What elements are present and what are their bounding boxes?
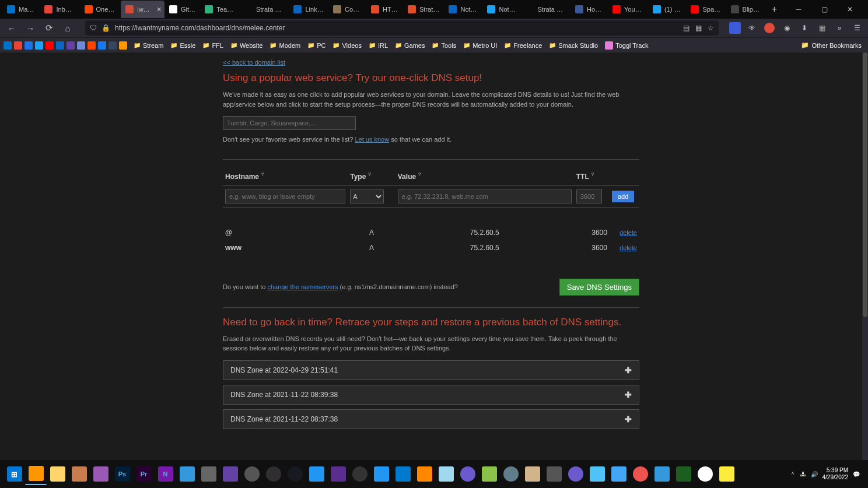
taskbar-obs[interactable] [262,464,284,485]
browser-tab[interactable]: Strata by HT [240,1,289,18]
taskbar-vlc[interactable] [414,464,435,485]
taskbar-app12[interactable] [586,464,608,485]
browser-tab[interactable]: Mail - D [2,1,40,18]
ext-icon-3[interactable] [763,22,776,34]
bookmark-folder[interactable]: IRL [366,41,391,50]
bookmark-folder[interactable]: Website [228,41,266,50]
taskbar-term[interactable] [673,464,694,485]
taskbar-app7[interactable] [457,464,478,485]
bookmark-icon[interactable] [98,41,106,50]
browser-tab[interactable]: One of m [80,1,121,18]
dns-backup-item[interactable]: DNS Zone at 2021-11-22 08:39:38✚ [223,385,639,405]
change-nameservers-link[interactable]: change the nameservers [267,283,338,290]
browser-tab[interactable]: How do [570,1,608,18]
browser-tab[interactable]: LinkedIn [289,1,328,18]
scrollbar[interactable] [862,52,868,460]
downloads-icon[interactable]: ⬇ [798,22,811,34]
maximize-button[interactable]: ▢ [816,5,833,13]
url-bar[interactable]: 🛡 🔒 https://iwantmyname.com/dashboard/dn… [85,20,719,36]
reload-button[interactable]: ⟳ [42,21,56,35]
taskbar-app3[interactable] [198,464,219,485]
bookmark-icon[interactable] [14,41,22,50]
add-button[interactable]: add [612,191,634,202]
taskbar-steam[interactable] [284,464,306,485]
extensions-icon[interactable]: ▦ [816,22,828,34]
bookmark-icon[interactable] [4,41,12,50]
taskbar-paint[interactable] [716,464,737,485]
bookmark-folder[interactable]: Freelance [501,41,545,50]
taskbar-onenote[interactable]: N [155,464,176,485]
taskbar-app2[interactable] [176,464,198,485]
browser-tab[interactable]: (1) Notif [648,1,687,18]
taskbar-start[interactable]: ⊞ [4,464,25,485]
bookmark-folder[interactable]: Modem [267,41,303,50]
grid-icon[interactable]: ▦ [695,24,702,32]
taskbar-app14[interactable] [629,464,651,485]
browser-tab[interactable]: Strata | F [403,1,444,18]
ext-icon-4[interactable]: ◉ [780,22,793,34]
taskbar-photoshop[interactable]: Ps [111,464,133,485]
taskbar-opera[interactable] [90,464,111,485]
browser-tab[interactable]: GitHub [164,1,200,18]
taskbar-unreal[interactable] [349,464,370,485]
taskbar-vscode[interactable] [392,464,414,485]
taskbar-app1[interactable] [68,464,90,485]
tray-volume-icon[interactable]: 🔊 [811,471,818,478]
new-tab-button[interactable]: + [766,4,783,15]
delete-record-link[interactable]: delete [620,229,637,236]
taskbar-app4[interactable] [241,464,262,485]
bookmark-folder[interactable]: Stream [131,41,166,50]
let-us-know-link[interactable]: Let us know [355,136,389,143]
forward-button[interactable]: → [23,21,37,35]
browser-tab[interactable]: YouTube [608,1,648,18]
home-button[interactable]: ⌂ [61,21,75,35]
bookmark-folder[interactable]: Smack Studio [546,41,601,50]
taskbar-vs[interactable] [327,464,349,485]
taskbar-app13[interactable] [608,464,629,485]
browser-tab[interactable]: iwantm✕ [121,1,164,18]
ext-icon-1[interactable] [729,22,741,34]
tray-network-icon[interactable]: 🖧 [800,471,806,478]
back-to-domain-list-link[interactable]: << back to domain list [223,59,285,66]
taskbar-app8[interactable] [478,464,500,485]
taskbar-chrome[interactable] [694,464,716,485]
bookmark-icon[interactable] [108,41,117,50]
bookmark-icon[interactable] [66,41,75,50]
bookmark-icon[interactable] [24,41,33,50]
ext-icon-2[interactable]: 👁 [746,22,758,34]
bookmark-folder[interactable]: PC [304,41,328,50]
browser-tab[interactable]: Notificat [444,1,482,18]
taskbar-notepad[interactable] [435,464,457,485]
bookmark-icon[interactable] [119,41,127,50]
bookmark-icon[interactable] [46,41,54,50]
browser-tab[interactable]: Space C [686,1,726,18]
taskbar-gc[interactable] [565,464,586,485]
reader-icon[interactable]: ▤ [683,24,690,32]
bookmark-folder[interactable]: Games [392,41,428,50]
close-window-button[interactable]: ✕ [841,5,859,13]
browser-tab[interactable]: Team ov [200,1,240,18]
taskbar-app5[interactable] [306,464,327,485]
taskbar-app9[interactable] [500,464,522,485]
dns-backup-item[interactable]: DNS Zone at 2022-04-29 21:51:41✚ [223,360,639,380]
browser-tab[interactable]: HTML5 [366,1,403,18]
browser-tab[interactable]: Strata by HT [522,1,570,18]
type-select[interactable]: A [350,189,384,203]
taskbar-premiere[interactable]: Pr [133,464,155,485]
other-bookmarks[interactable]: 📁Other Bookmarks [798,40,864,50]
delete-record-link[interactable]: delete [620,244,637,251]
browser-tab[interactable]: Inbox - c [40,1,79,18]
bookmark-star-icon[interactable]: ☆ [708,24,714,32]
browser-tab[interactable]: Notificat [482,1,521,18]
save-dns-button[interactable]: Save DNS Settings [559,279,639,296]
browser-tab[interactable]: Blippi.gg [726,1,766,18]
taskbar-app10[interactable] [522,464,543,485]
bookmark-folder[interactable]: Videos [330,41,364,50]
menu-icon[interactable]: ☰ [850,22,863,34]
taskbar-app6[interactable] [370,464,392,485]
bookmark-folder[interactable]: Essie [167,41,198,50]
bookmark-folder[interactable]: Tools [429,41,459,50]
toggl-bookmark[interactable]: Toggl Track [602,40,651,51]
overflow-icon[interactable]: » [833,22,846,34]
browser-tab[interactable]: Content [328,1,366,18]
